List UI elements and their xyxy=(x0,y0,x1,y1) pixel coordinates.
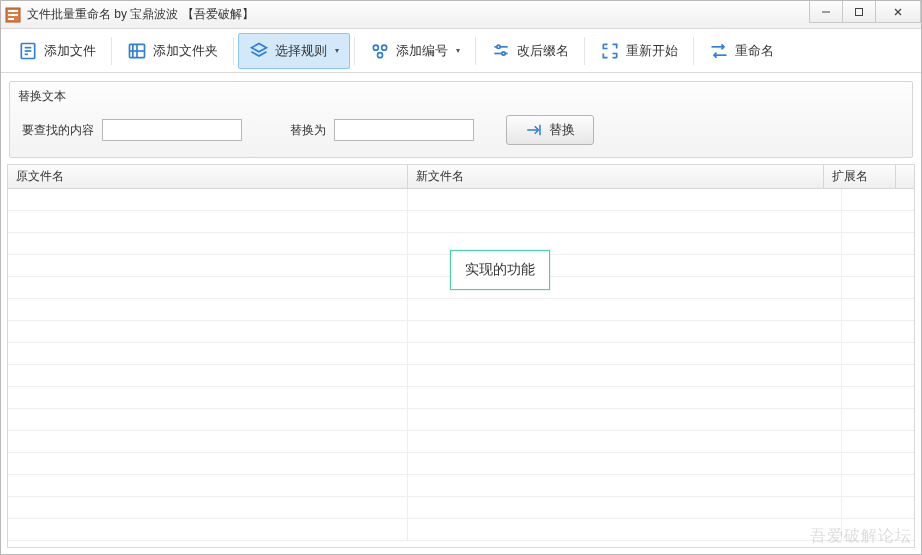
svg-marker-16 xyxy=(252,43,267,51)
rule-panel-body: 要查找的内容 替换为 替换 xyxy=(10,105,912,157)
window: 文件批量重命名 by 宝鼎波波 【吾爱破解】 添加文件 添加文件夹 xyxy=(0,0,922,555)
restart-button[interactable]: 重新开始 xyxy=(589,33,689,69)
svg-rect-3 xyxy=(8,18,14,20)
svg-rect-5 xyxy=(856,8,863,15)
titlebar: 文件批量重命名 by 宝鼎波波 【吾爱破解】 xyxy=(1,1,921,29)
callout-annotation: 实现的功能 xyxy=(450,250,550,290)
toolbar: 添加文件 添加文件夹 选择规则 ▾ 添加编号 ▾ xyxy=(1,29,921,73)
file-table: 原文件名 新文件名 扩展名 xyxy=(7,164,915,548)
chevron-down-icon: ▾ xyxy=(335,46,339,55)
settings-icon xyxy=(491,41,511,61)
svg-point-21 xyxy=(497,45,500,48)
separator xyxy=(111,37,112,65)
change-ext-button[interactable]: 改后缀名 xyxy=(480,33,580,69)
add-number-label: 添加编号 xyxy=(396,42,448,60)
table-rows xyxy=(8,189,914,541)
col-spacer xyxy=(896,165,914,188)
layers-icon xyxy=(249,41,269,61)
separator xyxy=(233,37,234,65)
restart-label: 重新开始 xyxy=(626,42,678,60)
table-header: 原文件名 新文件名 扩展名 xyxy=(8,165,914,189)
table-row xyxy=(8,365,914,387)
svg-point-18 xyxy=(382,45,387,50)
table-row xyxy=(8,431,914,453)
chevron-down-icon: ▾ xyxy=(456,46,460,55)
add-number-button[interactable]: 添加编号 ▾ xyxy=(359,33,471,69)
add-folder-button[interactable]: 添加文件夹 xyxy=(116,33,229,69)
file-add-icon xyxy=(18,41,38,61)
col-extension[interactable]: 扩展名 xyxy=(824,165,896,188)
replace-button-label: 替换 xyxy=(549,121,575,139)
callout-text: 实现的功能 xyxy=(465,261,535,277)
add-folder-label: 添加文件夹 xyxy=(153,42,218,60)
svg-rect-1 xyxy=(8,10,18,12)
search-label: 要查找的内容 xyxy=(22,122,94,139)
table-row xyxy=(8,189,914,211)
close-button[interactable] xyxy=(875,1,921,23)
svg-point-19 xyxy=(378,52,383,57)
table-body[interactable] xyxy=(8,189,914,547)
add-file-button[interactable]: 添加文件 xyxy=(7,33,107,69)
separator xyxy=(693,37,694,65)
search-input[interactable] xyxy=(102,119,242,141)
table-row xyxy=(8,519,914,541)
separator xyxy=(354,37,355,65)
rule-panel-title: 替换文本 xyxy=(10,82,912,105)
change-ext-label: 改后缀名 xyxy=(517,42,569,60)
col-new-name[interactable]: 新文件名 xyxy=(408,165,824,188)
table-row xyxy=(8,321,914,343)
table-row xyxy=(8,343,914,365)
maximize-button[interactable] xyxy=(842,1,876,23)
rename-button[interactable]: 重命名 xyxy=(698,33,785,69)
rename-label: 重命名 xyxy=(735,42,774,60)
select-rule-label: 选择规则 xyxy=(275,42,327,60)
svg-point-17 xyxy=(373,45,378,50)
minimize-button[interactable] xyxy=(809,1,843,23)
rename-icon xyxy=(709,41,729,61)
folder-add-icon xyxy=(127,41,147,61)
table-row xyxy=(8,387,914,409)
app-icon xyxy=(5,7,21,23)
replace-label: 替换为 xyxy=(290,122,326,139)
table-row xyxy=(8,475,914,497)
restart-icon xyxy=(600,41,620,61)
table-row xyxy=(8,211,914,233)
table-row xyxy=(8,497,914,519)
svg-point-23 xyxy=(502,51,505,54)
replace-button[interactable]: 替换 xyxy=(506,115,594,145)
add-file-label: 添加文件 xyxy=(44,42,96,60)
separator xyxy=(584,37,585,65)
table-row xyxy=(8,299,914,321)
table-row xyxy=(8,453,914,475)
table-row xyxy=(8,409,914,431)
replace-icon xyxy=(525,121,543,139)
col-original-name[interactable]: 原文件名 xyxy=(8,165,408,188)
svg-rect-2 xyxy=(8,14,18,16)
select-rule-button[interactable]: 选择规则 ▾ xyxy=(238,33,350,69)
window-title: 文件批量重命名 by 宝鼎波波 【吾爱破解】 xyxy=(27,6,254,23)
rule-panel: 替换文本 要查找的内容 替换为 替换 xyxy=(9,81,913,158)
window-controls xyxy=(810,1,921,23)
separator xyxy=(475,37,476,65)
number-icon xyxy=(370,41,390,61)
replace-input[interactable] xyxy=(334,119,474,141)
